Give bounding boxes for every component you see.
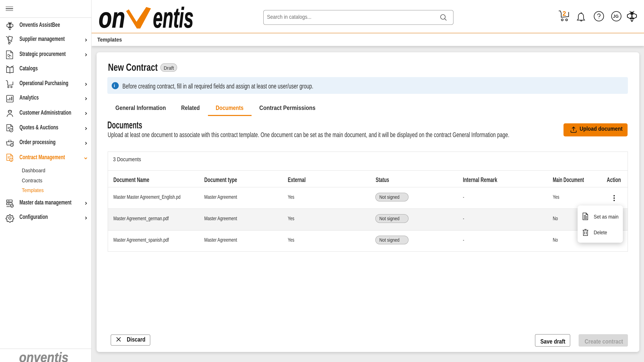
svg-text:§: § [10, 158, 12, 162]
